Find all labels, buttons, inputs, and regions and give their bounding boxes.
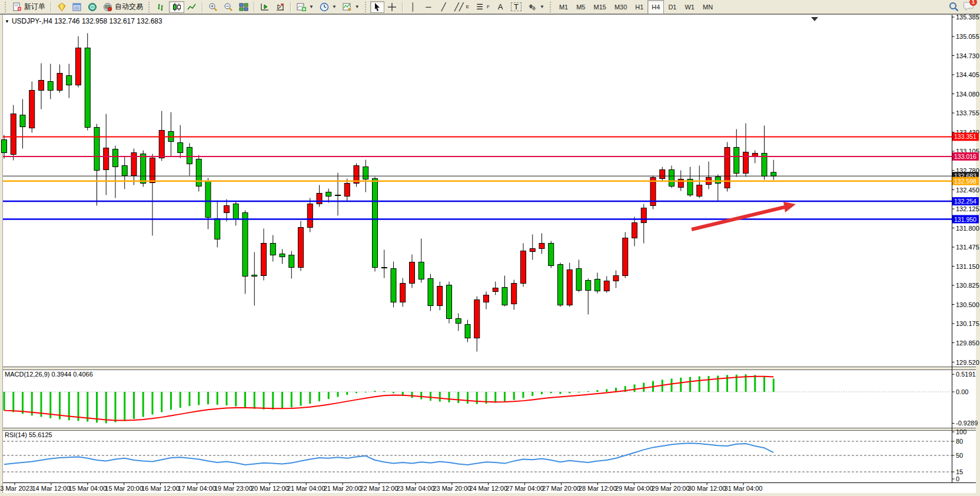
crosshair-icon	[387, 2, 397, 12]
bar-chart-icon	[157, 2, 166, 12]
zoom-in-icon	[208, 2, 218, 12]
toolbar-gripper[interactable]	[5, 2, 8, 12]
channel-sub-label: E	[466, 4, 469, 9]
toolbar-gripper[interactable]	[550, 2, 553, 12]
bar-chart-type-button[interactable]	[154, 1, 169, 13]
chart-shift-button[interactable]	[273, 1, 288, 13]
periods-clock-icon	[320, 2, 329, 12]
navigator-button[interactable]	[85, 1, 100, 13]
vertical-line-icon: │	[408, 2, 418, 12]
templates-icon	[343, 2, 352, 12]
channel-tool-button[interactable]: ╱╱E	[451, 1, 472, 13]
candlestick-chart-type-button[interactable]	[169, 1, 184, 13]
new-order-button[interactable]: 新订单	[10, 1, 48, 13]
line-chart-type-button[interactable]	[184, 1, 200, 13]
main-toolbar: 新订单 自动交易	[0, 0, 980, 14]
tile-windows-button[interactable]	[236, 1, 251, 13]
horizontal-line-icon: ─	[424, 2, 433, 12]
text-tool-icon: A	[496, 2, 505, 12]
text-label-icon: T	[511, 2, 521, 11]
line-chart-icon	[187, 2, 197, 12]
timeframe-H4[interactable]: H4	[647, 0, 664, 14]
auto-trading-icon	[103, 2, 112, 12]
chart-menu-toggle-icon[interactable]: ▼	[5, 19, 9, 24]
zoom-out-icon	[224, 2, 233, 12]
timeframe-M5[interactable]: M5	[572, 0, 589, 14]
templates-button[interactable]: ▼	[340, 1, 363, 13]
fibonacci-icon: ☰	[475, 2, 484, 12]
toolbar-separator	[402, 2, 403, 12]
timeframe-M30[interactable]: M30	[610, 0, 631, 14]
vertical-line-tool-button[interactable]: │	[406, 1, 421, 13]
data-window-button[interactable]	[69, 1, 85, 13]
toolbar-gripper[interactable]	[365, 2, 368, 12]
search-icon[interactable]	[949, 2, 959, 12]
auto-scroll-icon	[260, 2, 270, 12]
timeframe-H1[interactable]: H1	[631, 0, 647, 14]
trendline-tool-button[interactable]: ╱	[436, 1, 451, 13]
time-axis[interactable]	[3, 483, 952, 494]
toolbar-separator	[254, 2, 255, 12]
candlestick-chart-icon	[172, 2, 181, 12]
timeframe-M15[interactable]: M15	[589, 0, 610, 14]
price-axis[interactable]	[952, 15, 980, 482]
rsi-indicator-label: RSI(14) 55.6125	[5, 431, 52, 438]
arrows-tool-button[interactable]: ▼	[524, 1, 547, 13]
rsi-pane-splitter[interactable]	[0, 428, 976, 431]
chart-title: USDJPY-,H4 132.746 132.958 132.617 132.6…	[12, 17, 162, 25]
indicators-icon	[297, 2, 306, 12]
toolbar-separator	[51, 2, 52, 12]
dropdown-arrow-icon: ▼	[332, 4, 337, 9]
trendline-icon: ╱	[439, 2, 449, 12]
dropdown-arrow-icon: ▼	[309, 4, 314, 9]
toolbar-right-group: 1	[949, 1, 978, 13]
zoom-out-button[interactable]	[221, 1, 236, 13]
macd-indicator-label: MACD(12,26,9) 0.3944 0.4066	[5, 371, 93, 378]
notification-badge: 1	[969, 0, 977, 6]
fibo-sub-label: F	[487, 4, 490, 9]
equidistant-channel-icon: ╱╱	[454, 2, 464, 12]
dropdown-arrow-icon: ▼	[540, 4, 544, 9]
crosshair-tool-button[interactable]	[384, 1, 400, 13]
tile-windows-icon	[239, 2, 248, 12]
chart-canvas[interactable]: 135.385135.055134.730134.405134.080133.7…	[0, 0, 980, 496]
fibonacci-tool-button[interactable]: ☰F	[472, 1, 493, 13]
auto-trading-label: 自动交易	[115, 2, 143, 12]
zoom-in-button[interactable]	[205, 1, 221, 13]
timeframe-W1[interactable]: W1	[680, 0, 699, 14]
periods-button[interactable]: ▼	[317, 1, 340, 13]
text-label-tool-button[interactable]: T	[508, 1, 524, 13]
chart-shift-icon	[275, 2, 285, 12]
dropdown-arrow-icon: ▼	[355, 4, 360, 9]
market-watch-icon	[57, 2, 67, 12]
toolbar-separator	[202, 2, 203, 12]
market-watch-button[interactable]	[54, 1, 69, 13]
auto-trading-button[interactable]: 自动交易	[100, 1, 146, 13]
chart-title-row: ▼USDJPY-,H4 132.746 132.958 132.617 132.…	[5, 17, 162, 25]
new-order-label: 新订单	[24, 2, 45, 12]
cursor-icon	[373, 2, 381, 11]
text-tool-button[interactable]: A	[493, 1, 508, 13]
notifications-button[interactable]: 1	[964, 1, 974, 13]
new-order-icon	[13, 2, 22, 11]
macd-pane-splitter[interactable]	[0, 367, 976, 370]
horizontal-line-tool-button[interactable]: ─	[421, 1, 436, 13]
arrow-objects-icon	[527, 2, 537, 12]
timeframe-toolbar: M1M5M15M30H1H4D1W1MN	[555, 0, 717, 14]
trading-terminal: 新订单 自动交易	[0, 0, 980, 496]
indicators-button[interactable]: ▼	[294, 1, 317, 13]
data-window-icon	[72, 2, 82, 12]
toolbar-gripper[interactable]	[148, 2, 151, 12]
cursor-tool-button[interactable]	[370, 1, 384, 13]
toolbar-separator	[290, 2, 291, 12]
timeframe-D1[interactable]: D1	[664, 0, 680, 14]
timeframe-MN[interactable]: MN	[699, 0, 717, 14]
navigator-icon	[88, 2, 97, 12]
auto-scroll-button[interactable]	[257, 1, 273, 13]
timeframe-M1[interactable]: M1	[555, 0, 572, 14]
